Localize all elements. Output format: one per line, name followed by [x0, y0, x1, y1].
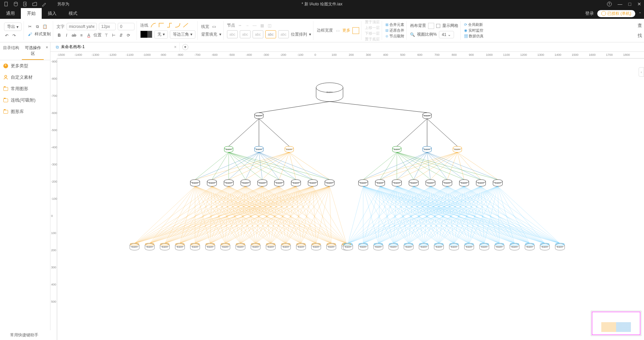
- footer-hint[interactable]: 常用快捷键助手: [0, 330, 50, 340]
- style-copy-label[interactable]: 样式复制: [35, 31, 51, 37]
- search-char-2[interactable]: 找: [638, 33, 642, 39]
- canvas-tab-close[interactable]: ×: [174, 45, 177, 49]
- font-size-input[interactable]: [99, 23, 116, 30]
- layer-top[interactable]: 置于顶层: [365, 20, 380, 25]
- sidebar-item-lines[interactable]: 连线(可吸附): [0, 95, 50, 106]
- node-arrow-icon[interactable]: →: [244, 23, 250, 28]
- node-snap[interactable]: ⊙ 节点吸附: [385, 34, 404, 39]
- abc-4[interactable]: abc: [265, 30, 276, 38]
- right-panel-handle[interactable]: ‹: [639, 67, 644, 77]
- license-badge[interactable]: 已授权 (单机): [597, 10, 635, 17]
- canvas-bg-swatch[interactable]: [428, 23, 434, 29]
- svg-text:数据库A: 数据库A: [209, 182, 215, 184]
- svg-line-316: [330, 186, 346, 243]
- line-style-2-icon[interactable]: [158, 23, 164, 28]
- layer-down[interactable]: 下移一层: [365, 31, 380, 36]
- menu-tab-insert[interactable]: 插入: [42, 8, 63, 19]
- minimap[interactable]: [591, 311, 641, 336]
- side-tab-close[interactable]: ×: [44, 42, 50, 60]
- line-style-1-icon[interactable]: [150, 23, 156, 28]
- halign-icon[interactable]: ⊢: [111, 33, 116, 38]
- minimize-icon[interactable]: —: [618, 1, 622, 7]
- merge-elements[interactable]: ⊞ 合并元素: [385, 22, 404, 27]
- layer-up[interactable]: 上移一层: [365, 25, 380, 30]
- node-dash-icon[interactable]: ┅: [237, 23, 242, 28]
- edit-icon[interactable]: [42, 2, 46, 6]
- paste-icon[interactable]: 📋: [42, 24, 47, 29]
- save-as-button[interactable]: 另存为: [57, 1, 69, 7]
- undo-icon[interactable]: ↶: [4, 33, 9, 38]
- svg-line-300: [313, 186, 331, 243]
- align-icon[interactable]: ≡: [79, 33, 84, 38]
- strike-icon[interactable]: ab: [71, 33, 77, 38]
- svg-text:数据库A: 数据库A: [286, 148, 293, 150]
- rotate-icon[interactable]: ⟳: [126, 33, 131, 38]
- help-icon[interactable]: ?: [607, 2, 612, 6]
- menu-tab-mode[interactable]: 模式: [63, 8, 83, 19]
- distribute-icon[interactable]: ⇵: [118, 33, 124, 38]
- border-width-icon[interactable]: ▭: [335, 28, 340, 33]
- collapse-ribbon-icon[interactable]: ⌃: [639, 12, 641, 15]
- node-border-icon[interactable]: ◫: [267, 23, 272, 28]
- search-char-1[interactable]: 查: [638, 23, 642, 29]
- font-family-input[interactable]: [67, 23, 97, 30]
- canvas-tab-1[interactable]: ⧉ 未命名画布-1 ×: [53, 43, 180, 51]
- line-width-icon[interactable]: ▭: [211, 24, 217, 29]
- global-refresh[interactable]: ⟳ 全局刷新: [464, 22, 484, 27]
- node-fill-icon[interactable]: ▦: [259, 23, 265, 28]
- bold-icon[interactable]: B: [56, 33, 62, 38]
- layer-bottom[interactable]: 置于底层: [365, 37, 380, 42]
- data-sim[interactable]: ▦ 数据仿真: [464, 34, 484, 39]
- copy-icon[interactable]: ⧉: [35, 24, 40, 29]
- new-file-icon[interactable]: [4, 2, 9, 6]
- line-style-4-icon[interactable]: [175, 23, 181, 28]
- sidebar-item-shapes[interactable]: 图形库: [0, 106, 50, 117]
- abc-1[interactable]: abc: [227, 30, 238, 38]
- abc-2[interactable]: abc: [240, 30, 251, 38]
- preview-icon[interactable]: [352, 27, 359, 34]
- format-painter-icon[interactable]: 🖌: [27, 32, 33, 37]
- add-canvas-tab[interactable]: +: [182, 44, 188, 50]
- italic-icon[interactable]: I: [64, 33, 69, 38]
- restore-merge[interactable]: ⊟ 还原合并: [385, 28, 404, 33]
- side-tab-structure[interactable]: 目录结构: [0, 42, 22, 60]
- abc-3[interactable]: abc: [253, 30, 263, 38]
- line-style-3-icon[interactable]: [166, 23, 173, 28]
- svg-line-107: [414, 152, 427, 180]
- menu-tab-start[interactable]: 开始: [21, 8, 42, 19]
- maximize-icon[interactable]: □: [629, 1, 631, 7]
- viewport[interactable]: 数据库A数据库A数据库A数据库A数据库A数据库A数据库A数据库A数据库A数据库A…: [57, 59, 644, 340]
- svg-line-401: [447, 186, 484, 243]
- line-color-swatch[interactable]: [140, 31, 152, 38]
- side-tab-operations[interactable]: 可选操作区: [22, 42, 44, 60]
- arrow-select[interactable]: 等边三角 ▾: [170, 30, 195, 39]
- text-position-label[interactable]: 位置: [93, 32, 102, 38]
- sidebar-item-more[interactable]: 更多类型: [0, 60, 50, 72]
- sidebar-item-common[interactable]: 常用图形: [0, 83, 50, 95]
- node-line-icon[interactable]: —: [252, 23, 257, 28]
- db-icon[interactable]: [13, 2, 18, 6]
- svg-line-87: [212, 152, 289, 180]
- bg-fill-label[interactable]: 背景填充: [201, 32, 217, 37]
- login-button[interactable]: 登录: [585, 10, 594, 16]
- spacing-input[interactable]: [118, 23, 135, 30]
- cut-icon[interactable]: ✂: [27, 24, 33, 29]
- abc-5[interactable]: abc: [278, 30, 289, 38]
- position-sort-label[interactable]: 位置排列: [291, 32, 307, 37]
- open-icon[interactable]: [32, 2, 37, 6]
- add-file-icon[interactable]: [23, 2, 28, 6]
- export-button[interactable]: 导出▾: [4, 23, 22, 31]
- more-link[interactable]: 更多: [342, 28, 350, 33]
- fill-none-select[interactable]: 无 ▾: [154, 30, 168, 39]
- close-icon[interactable]: ✕: [637, 1, 641, 7]
- realtime-monitor[interactable]: ◉ 实时监控: [464, 28, 484, 33]
- grid-checkbox[interactable]: [436, 24, 440, 28]
- font-color-icon[interactable]: A: [86, 33, 91, 38]
- line-style-5-icon[interactable]: [183, 23, 189, 28]
- redo-icon[interactable]: ↷: [11, 33, 17, 38]
- valign-icon[interactable]: ⊤: [104, 33, 109, 38]
- menu-tab-general[interactable]: 通用: [0, 8, 21, 19]
- zoom-select[interactable]: 41 ⌄: [439, 31, 454, 38]
- svg-line-215: [180, 186, 229, 243]
- sidebar-item-custom[interactable]: 自定义素材: [0, 72, 50, 83]
